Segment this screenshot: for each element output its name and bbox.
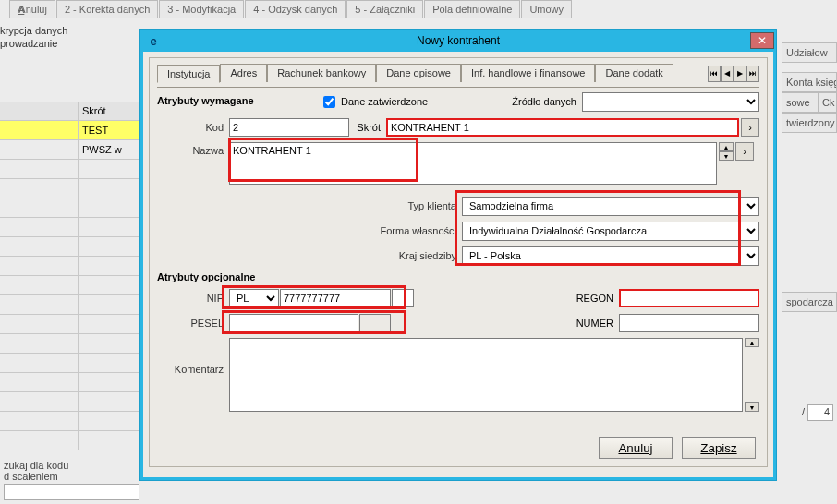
section-optional-title: Atrybuty opcjonalne — [157, 271, 759, 282]
komentarz-label: Komentarz — [157, 338, 229, 375]
titlebar: e Nowy kontrahent ✕ — [140, 30, 776, 52]
skrot-lookup-button[interactable]: › — [741, 118, 759, 137]
bg-grid: Skrót TEST PWSZ w — [0, 102, 143, 450]
bg-btn-pola[interactable]: Pola definiowalne — [424, 0, 520, 18]
nip-input[interactable] — [280, 289, 391, 307]
tab-scroll-last-icon[interactable]: ⏭ — [746, 66, 759, 82]
bg-right-tabs: Udziałow Konta księg sowe Ck twierdzony … — [782, 42, 837, 312]
tab-dane-dodatkowe[interactable]: Dane dodatk — [595, 64, 673, 82]
bg-topleft-text: krypcja danych prowadzanie — [0, 24, 67, 50]
numer-input[interactable] — [619, 314, 759, 332]
pesel-label: PESEL — [157, 318, 229, 329]
section-required-title: Atrybuty wymagane — [157, 95, 323, 106]
bg-search-input[interactable] — [4, 484, 140, 500]
bg-btn-zalaczniki[interactable]: 5 - Załączniki — [346, 0, 423, 18]
skrot-label: Skrót — [349, 122, 386, 133]
save-button[interactable]: Zapisz — [682, 437, 756, 459]
regon-label: REGON — [564, 293, 619, 304]
tab-rachunek[interactable]: Rachunek bankowy — [267, 64, 376, 82]
bg-rt-twierdzony[interactable]: twierdzony — [782, 113, 837, 133]
bg-bottom-search: zukaj dla kodu d scaleniem — [0, 456, 143, 504]
nip-label: NIP — [157, 293, 229, 304]
bg-grid-h2: Skrót — [79, 102, 143, 121]
table-row[interactable]: PWSZ w — [0, 140, 143, 160]
tab-scroll-right-icon[interactable]: ▶ — [734, 66, 746, 82]
forma-label: Forma własności — [157, 225, 462, 236]
nazwa-lookup-button[interactable]: › — [735, 142, 754, 161]
cancel-button[interactable]: Anuluj — [599, 437, 673, 459]
bg-page-fraction: / 4 — [802, 404, 833, 421]
kod-label: Kod — [157, 122, 229, 133]
tab-scroll: ⏮ ◀ ▶ ⏭ — [708, 66, 759, 82]
bg-toolbar: AAnuluj 2 - Korekta danych 3 - Modyfikac… — [0, 0, 837, 22]
nazwa-down-icon[interactable]: ▼ — [719, 151, 734, 161]
bg-btn-odzysk[interactable]: 4 - Odzysk danych — [245, 0, 346, 18]
source-select[interactable] — [582, 92, 759, 112]
tab-scroll-left-icon[interactable]: ◀ — [721, 66, 734, 82]
kod-input[interactable] — [229, 118, 349, 137]
checkbox-dane-zatwierdzone[interactable] — [323, 96, 335, 108]
nazwa-up-icon[interactable]: ▲ — [719, 142, 734, 151]
numer-label: NUMER — [564, 318, 619, 329]
komentarz-down-icon[interactable]: ▼ — [745, 402, 759, 412]
nip-prefix-select[interactable]: PL — [229, 289, 279, 308]
tab-instytucja[interactable]: Instytucja — [157, 65, 220, 83]
nazwa-input[interactable]: KONTRAHENT 1 — [229, 142, 717, 185]
app-icon: e — [146, 33, 161, 48]
bg-rt-konta[interactable]: Konta księg — [782, 72, 837, 92]
dialog-buttons: Anuluj Zapisz — [599, 437, 756, 459]
regon-input[interactable] — [619, 289, 759, 307]
typ-select[interactable]: Samodzielna firma — [462, 197, 759, 216]
bg-btn-anuluj[interactable]: AAnuluj — [9, 0, 55, 18]
forma-select[interactable]: Indywidualna Działalność Gospodarcza — [462, 222, 759, 241]
bg-btn-korekta[interactable]: 2 - Korekta danych — [56, 0, 158, 18]
komentarz-up-icon[interactable]: ▲ — [745, 338, 759, 347]
typ-label: Typ klienta — [157, 200, 462, 211]
bg-btn-umowy[interactable]: Umowy — [521, 0, 572, 18]
pesel-input[interactable] — [229, 314, 358, 332]
close-icon[interactable]: ✕ — [750, 32, 774, 49]
bg-rt-ck[interactable]: Ck — [818, 93, 836, 112]
tab-scroll-first-icon[interactable]: ⏮ — [708, 66, 721, 82]
kraj-select[interactable]: PL - Polska — [462, 246, 759, 266]
komentarz-input[interactable] — [229, 338, 743, 412]
source-label: Źródło danych — [490, 96, 582, 107]
skrot-input[interactable] — [386, 118, 739, 137]
dialog-nowy-kontrahent: e Nowy kontrahent ✕ Instytucja Adres Rac… — [140, 30, 776, 480]
table-row[interactable]: TEST — [0, 121, 143, 140]
checkbox-dane-zatwierdzone-label: Dane zatwierdzone — [341, 96, 428, 107]
tab-inf-handlowe[interactable]: Inf. handlowe i finansowe — [461, 64, 596, 82]
dialog-title: Nowy kontrahent — [166, 34, 750, 47]
bg-grid-h1 — [0, 102, 79, 121]
tab-dane-opisowe[interactable]: Dane opisowe — [376, 64, 461, 82]
bg-rt-sowe[interactable]: sowe — [782, 93, 818, 112]
pesel-suffix-input[interactable] — [359, 314, 391, 332]
dialog-tabs: Instytucja Adres Rachunek bankowy Dane o… — [157, 64, 759, 82]
nip-suffix-input[interactable] — [392, 289, 414, 307]
bg-btn-modyfikacja[interactable]: 3 - Modyfikacja — [159, 0, 244, 18]
bg-rt-spodarcza[interactable]: spodarcza — [782, 292, 837, 312]
nazwa-label: Nazwa — [157, 142, 229, 156]
kraj-label: Kraj siedziby — [157, 250, 462, 261]
bg-rt-udzialow[interactable]: Udziałow — [782, 42, 837, 63]
tab-adres[interactable]: Adres — [220, 64, 267, 82]
